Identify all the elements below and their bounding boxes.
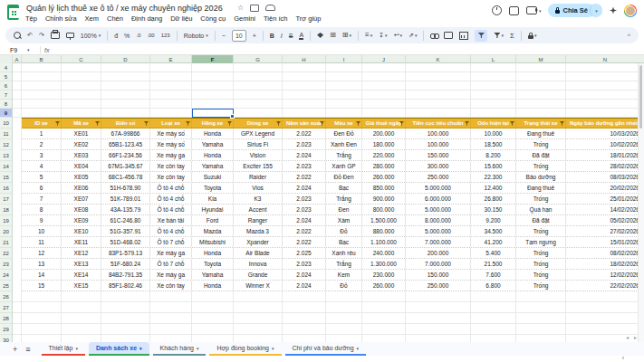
paint-format-icon[interactable] [66, 33, 74, 38]
cell-mau-xe[interactable]: Xám [326, 215, 362, 225]
horizontal-align-button[interactable]: ≡▾ [365, 32, 372, 39]
cell-ma-xe[interactable]: XE02 [62, 139, 101, 149]
strikethrough-button[interactable]: S [289, 33, 293, 39]
filter-icon[interactable] [276, 121, 281, 126]
text-wrap-button[interactable]: ↩▾ [394, 32, 402, 39]
text-color-button[interactable]: A [299, 32, 303, 40]
cell-id-xe[interactable]: 7 [22, 194, 62, 204]
cell-mau-xe[interactable]: Đen Đỏ [326, 129, 362, 138]
cell-loai-xe[interactable]: Ô tô 7 chỗ [150, 237, 192, 247]
name-box[interactable]: F9 [0, 47, 27, 53]
add-sheet-icon[interactable]: + [13, 345, 17, 354]
cell-dong-xe[interactable]: Exciter 155 [234, 161, 283, 171]
cell-ma-xe[interactable]: XE04 [62, 161, 101, 171]
scrollbar-thumb[interactable] [639, 65, 642, 129]
row-header[interactable]: 30 [0, 335, 12, 342]
row-header[interactable]: 21 [0, 237, 12, 248]
cell-hang-xe[interactable]: Toyota [192, 183, 234, 193]
cell-id-xe[interactable]: 2 [22, 139, 62, 149]
column-header-b[interactable]: B [22, 55, 62, 63]
cell-tien-coc[interactable]: 150.000 [406, 270, 471, 280]
sheet-tab-hop-dong-booking[interactable]: Hợp đồng booking▾ [209, 342, 281, 356]
cell-hang-xe[interactable]: Yamaha [192, 139, 234, 149]
row-header[interactable]: 5 [0, 72, 12, 81]
protect-sheet-button[interactable]: ▾ [528, 33, 537, 39]
cell-ma-xe[interactable]: XE07 [62, 194, 101, 204]
cell-mau-xe[interactable]: Trắng [326, 194, 362, 204]
menu-item[interactable]: Chèn [107, 14, 123, 23]
cell-id-xe[interactable]: 3 [22, 150, 62, 160]
cell-mau-xe[interactable]: Đỏ Đen [326, 172, 362, 182]
cell-ngay-bao-duong[interactable]: 12/02/2026 [566, 270, 644, 280]
cell-hang-xe[interactable]: Honda [192, 150, 234, 160]
cell-hang-xe[interactable]: Mitsubishi [192, 237, 234, 247]
cell-loai-xe[interactable]: Ô tô 4 chỗ [150, 205, 192, 214]
column-header-id-xe[interactable]: ID xe [22, 119, 62, 128]
tab-caret-icon[interactable]: ▾ [357, 346, 360, 351]
filter-icon[interactable] [227, 121, 232, 126]
cell-gia-thue-ngay[interactable]: 280.000 [362, 161, 406, 171]
cell-dong-xe[interactable]: Vision [234, 150, 283, 160]
percent-format-button[interactable]: % [124, 33, 130, 39]
cell-bien-so[interactable]: 68C1-456.78 [101, 172, 150, 182]
cell-odo[interactable]: 9.200 [471, 215, 516, 225]
cell-ngay-bao-duong[interactable]: 18/02/2026 [566, 259, 644, 269]
number-format-button[interactable]: 123 [161, 33, 170, 38]
row-header[interactable]: 26 [0, 291, 12, 302]
cell-trang-thai[interactable]: Trống [516, 226, 566, 236]
row-header[interactable]: 4 [0, 63, 12, 72]
borders-icon[interactable]: ⊞ [330, 32, 336, 39]
filter-views-button[interactable]: ▾ [494, 33, 504, 38]
cell-mau-xe[interactable]: Trắng [326, 150, 362, 160]
row-header[interactable]: 22 [0, 248, 12, 259]
row-header[interactable]: 11 [0, 129, 12, 139]
row-header[interactable]: 25 [0, 281, 12, 291]
redo-button[interactable]: ↷ [39, 32, 44, 39]
column-header-l[interactable]: L [471, 55, 516, 63]
cell-nam-san-xuat[interactable]: 2.024 [283, 215, 326, 225]
cell-id-xe[interactable]: 8 [22, 205, 62, 214]
cell-nam-san-xuat[interactable]: 2.023 [283, 259, 326, 269]
undo-button[interactable]: ↶ [27, 32, 33, 39]
filter-button-active[interactable] [475, 30, 487, 42]
row-header[interactable]: 12 [0, 139, 12, 150]
cell-odo[interactable]: 10.000 [471, 129, 516, 138]
row-header[interactable]: 28 [0, 313, 12, 324]
cell-loai-xe[interactable]: Xe máy ga [150, 248, 192, 258]
column-header-k[interactable]: K [406, 55, 471, 63]
row-header[interactable]: 29 [0, 324, 12, 335]
cell-ma-xe[interactable]: XE13 [62, 259, 101, 269]
cell-gia-thue-ngay[interactable]: 1.300.000 [362, 259, 406, 269]
cell-tien-coc[interactable]: 5.000.000 [406, 183, 471, 193]
cell-gia-thue-ngay[interactable]: 260.000 [362, 281, 406, 291]
menu-item[interactable]: Tiện ích [264, 14, 287, 23]
menu-item[interactable]: Xem [85, 14, 99, 23]
row-header[interactable]: 18 [0, 205, 12, 215]
cell-bien-so[interactable]: 51K-789.01 [101, 194, 150, 204]
column-header-gia-thue-ngay[interactable]: Giá thuê ngày [362, 119, 406, 128]
cell-mau-xe[interactable]: Xanh Đen [326, 139, 362, 149]
column-header-c[interactable]: C [62, 55, 101, 63]
decrease-font-size-button[interactable]: − [222, 33, 226, 39]
cell-hang-xe[interactable]: Mazda [192, 226, 234, 236]
name-box-caret-icon[interactable]: ▾ [27, 47, 36, 52]
cell-ma-xe[interactable]: XE05 [62, 172, 101, 182]
document-title[interactable]: Quản lý lịch thuê xe ô tô / xe máy chuyê… [26, 4, 223, 13]
cell-id-xe[interactable]: 5 [22, 172, 62, 182]
meet-icon[interactable] [526, 6, 537, 14]
menu-item[interactable]: Định dạng [131, 14, 162, 23]
scroll-left-icon[interactable]: ◂ [626, 334, 629, 340]
column-header-a[interactable]: A [13, 55, 22, 63]
cell-nam-san-xuat[interactable]: 2.022 [283, 172, 326, 182]
cell-odo[interactable]: 34.500 [471, 226, 516, 236]
cell-trang-thai[interactable]: Quá hạn [516, 205, 566, 214]
cell-gia-thue-ngay[interactable]: 230.000 [362, 270, 406, 280]
insert-link-icon[interactable] [430, 33, 437, 38]
row-header[interactable]: 19 [0, 215, 12, 226]
cell-ma-xe[interactable]: XE09 [62, 215, 101, 225]
cell-ngay-bao-duong[interactable]: 25/01/2026 [566, 194, 644, 204]
cell-nam-san-xuat[interactable]: 2.022 [283, 237, 326, 247]
cell-bien-so[interactable]: 67M1-345.67 [101, 161, 150, 171]
cell-hang-xe[interactable]: Yamaha [192, 161, 234, 171]
filter-icon[interactable] [95, 121, 100, 126]
